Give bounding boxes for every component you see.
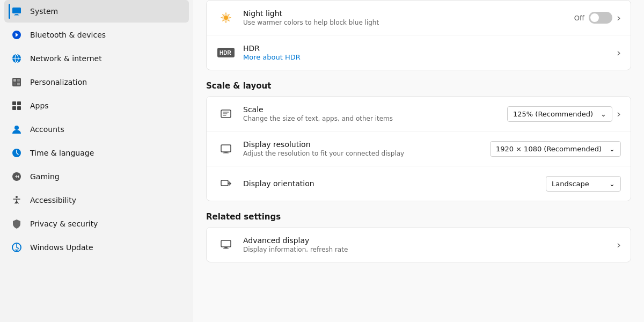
svg-rect-0 (12, 8, 21, 13)
row-control-display-orientation: Landscape⌄ (546, 176, 621, 192)
settings-row-advanced-display[interactable]: Advanced displayDisplay information, ref… (207, 228, 631, 262)
svg-rect-10 (12, 101, 16, 105)
settings-row-night-light[interactable]: Night lightUse warmer colors to help blo… (207, 1, 631, 35)
svg-rect-11 (17, 101, 21, 105)
sidebar-item-label: Time & language (30, 149, 94, 157)
sidebar-item-gaming[interactable]: Gaming (4, 165, 189, 188)
settings-card-related-settings: Advanced displayDisplay information, ref… (206, 227, 631, 262)
sidebar-item-label: Gaming (30, 172, 60, 181)
scale-icon (216, 104, 236, 123)
sidebar-item-label: Accessibility (30, 196, 76, 204)
svg-rect-33 (224, 247, 228, 248)
sidebar-item-system[interactable]: System (4, 0, 189, 23)
sidebar-item-network[interactable]: Network & internet (4, 47, 189, 70)
svg-rect-1 (15, 14, 18, 15)
row-subtitle-night-light: Use warmer colors to help block blue lig… (243, 19, 574, 26)
chevron-right-icon: › (617, 238, 621, 251)
sidebar-item-apps[interactable]: Apps (4, 94, 189, 117)
svg-rect-12 (12, 106, 16, 110)
hdr-icon: HDR (216, 43, 236, 62)
row-control-display-resolution: 1920 × 1080 (Recommended)⌄ (490, 141, 621, 157)
row-title-hdr: HDR (243, 44, 617, 53)
row-control-hdr: › (617, 46, 621, 59)
sidebar-item-personalization[interactable]: Personalization (4, 71, 189, 93)
row-text-scale: ScaleChange the size of text, apps, and … (243, 105, 507, 122)
svg-point-14 (14, 126, 19, 130)
svg-rect-32 (221, 240, 231, 247)
bluetooth-icon (11, 29, 23, 41)
row-control-scale: 125% (Recommended)⌄› (507, 106, 621, 122)
sidebar-item-label: Network & internet (30, 54, 102, 63)
row-link-hdr[interactable]: More about HDR (243, 53, 301, 61)
chevron-down-icon: ⌄ (601, 110, 606, 118)
sidebar-item-label: Apps (30, 101, 49, 110)
nightlight-icon (216, 8, 236, 27)
row-title-display-resolution: Display resolution (243, 140, 490, 149)
system-icon (11, 5, 23, 17)
sidebar-item-time[interactable]: Time & language (4, 142, 189, 164)
row-text-display-orientation: Display orientation (243, 179, 546, 188)
svg-rect-34 (223, 248, 229, 249)
svg-point-24 (224, 16, 228, 20)
sidebar-item-label: Privacy & security (30, 219, 98, 228)
row-title-scale: Scale (243, 105, 507, 114)
settings-row-display-orientation[interactable]: Display orientationLandscape⌄ (207, 166, 631, 201)
sidebar-item-label: Accounts (30, 125, 64, 134)
svg-rect-6 (13, 79, 16, 82)
network-icon (11, 53, 23, 64)
toggle-night-light[interactable]: Off (574, 12, 612, 24)
svg-rect-31 (221, 180, 228, 186)
dropdown-display-orientation[interactable]: Landscape⌄ (546, 176, 621, 192)
settings-row-scale[interactable]: ScaleChange the size of text, apps, and … (207, 97, 631, 131)
chevron-right-icon: › (617, 107, 621, 120)
monitor-icon (216, 235, 236, 254)
row-text-display-resolution: Display resolutionAdjust the resolution … (243, 140, 490, 157)
svg-rect-8 (13, 83, 16, 85)
dropdown-value-display-orientation: Landscape (552, 180, 589, 188)
dropdown-value-scale: 125% (Recommended) (513, 110, 593, 118)
svg-rect-30 (223, 153, 229, 153)
toggle-track-night-light[interactable] (589, 12, 612, 24)
sidebar-item-privacy[interactable]: Privacy & security (4, 213, 189, 235)
chevron-down-icon: ⌄ (609, 145, 615, 153)
settings-row-display-resolution[interactable]: Display resolutionAdjust the resolution … (207, 131, 631, 166)
section-heading-related-settings: Related settings (206, 212, 631, 222)
apps-icon (11, 100, 23, 112)
dropdown-value-display-resolution: 1920 × 1080 (Recommended) (496, 145, 602, 153)
dropdown-scale[interactable]: 125% (Recommended)⌄ (507, 106, 612, 122)
row-text-hdr: HDRMore about HDR (243, 44, 617, 61)
svg-rect-13 (17, 106, 21, 110)
chevron-right-icon: › (617, 46, 621, 59)
row-text-advanced-display: Advanced displayDisplay information, ref… (243, 236, 617, 253)
row-title-advanced-display: Advanced display (243, 236, 617, 245)
sidebar-item-accessibility[interactable]: Accessibility (4, 189, 189, 211)
orientation-icon (216, 174, 236, 193)
svg-text:HDR: HDR (219, 50, 231, 56)
svg-rect-7 (17, 79, 20, 82)
row-title-display-orientation: Display orientation (243, 179, 546, 188)
sidebar-item-windows-update[interactable]: Windows Update (4, 236, 189, 259)
row-subtitle-display-resolution: Adjust the resolution to fit your connec… (243, 150, 490, 157)
row-title-night-light: Night light (243, 9, 574, 18)
svg-point-21 (16, 196, 18, 198)
chevron-right-icon: › (617, 11, 621, 24)
resolution-icon (216, 139, 236, 158)
sidebar-item-accounts[interactable]: Accounts (4, 118, 189, 141)
main-content: Night lightUse warmer colors to help blo… (193, 0, 644, 322)
svg-point-19 (18, 175, 19, 177)
sidebar-item-bluetooth[interactable]: Bluetooth & devices (4, 24, 189, 46)
personalization-icon (11, 76, 23, 88)
svg-rect-18 (17, 175, 17, 178)
svg-rect-9 (17, 83, 20, 85)
svg-point-20 (18, 177, 19, 178)
sidebar-item-label: Bluetooth & devices (30, 31, 106, 39)
time-icon (11, 147, 23, 159)
accessibility-icon (11, 194, 23, 206)
settings-row-hdr[interactable]: HDR HDRMore about HDR› (207, 35, 631, 70)
row-text-night-light: Night lightUse warmer colors to help blo… (243, 9, 574, 26)
svg-rect-2 (14, 15, 19, 16)
chevron-down-icon: ⌄ (609, 180, 615, 188)
sidebar-item-label: Windows Update (30, 243, 93, 252)
dropdown-display-resolution[interactable]: 1920 × 1080 (Recommended)⌄ (490, 141, 621, 157)
row-subtitle-scale: Change the size of text, apps, and other… (243, 115, 507, 122)
